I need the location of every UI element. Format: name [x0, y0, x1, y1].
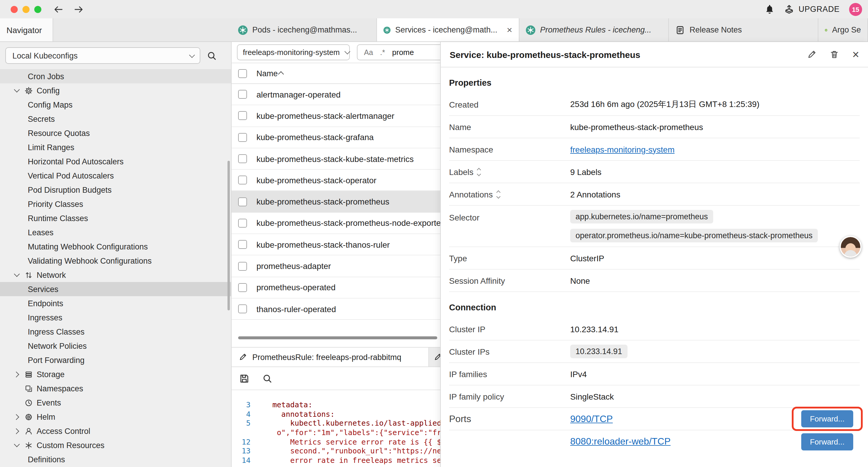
- row-checkbox[interactable]: [238, 304, 247, 313]
- network-arrows-icon: [24, 270, 33, 280]
- save-icon[interactable]: [239, 374, 249, 384]
- sidebar-item-network[interactable]: Network: [0, 268, 231, 282]
- horizontal-scrollbar[interactable]: [238, 337, 437, 339]
- row-checkbox[interactable]: [238, 133, 247, 142]
- edit-pencil-icon[interactable]: [807, 50, 817, 59]
- chevron-down-icon[interactable]: [13, 441, 21, 449]
- drawer-title: Service: kube-prometheus-stack-prometheu…: [450, 49, 640, 59]
- sidebar-item-network-policies[interactable]: Network Policies: [0, 339, 231, 353]
- sidebar-item-validating-webhook-configurations[interactable]: Validating Webhook Configurations: [0, 254, 231, 268]
- sidebar-item-ingress-classes[interactable]: Ingress Classes: [0, 324, 231, 339]
- sidebar-item-config-maps[interactable]: Config Maps: [0, 97, 231, 112]
- sidebar-search-icon[interactable]: [207, 51, 217, 61]
- notification-count-badge[interactable]: 15: [849, 3, 862, 16]
- navigator-panel-header[interactable]: Navigator: [0, 18, 53, 41]
- chevron-right-icon[interactable]: [13, 370, 21, 378]
- tab-prometheus-rules[interactable]: Prometheus Rules - icecheng...: [519, 18, 669, 41]
- sidebar-item-vertical-pod-autoscalers[interactable]: Vertical Pod Autoscalers: [0, 169, 231, 183]
- detail-label: Ports: [449, 413, 570, 424]
- sidebar-item-resource-quotas[interactable]: Resource Quotas: [0, 126, 231, 140]
- detail-row-annotations[interactable]: Annotations 2 Annotations: [449, 183, 860, 206]
- chevron-down-icon[interactable]: [13, 86, 21, 95]
- namespace-link[interactable]: freeleaps-monitoring-system: [570, 145, 675, 154]
- sidebar-item-config[interactable]: Config: [0, 83, 231, 97]
- sidebar-item-helm[interactable]: Helm: [0, 410, 231, 424]
- row-checkbox[interactable]: [238, 154, 247, 163]
- column-header-name[interactable]: Name: [256, 69, 283, 78]
- sidebar-item-limit-ranges[interactable]: Limit Ranges: [0, 140, 231, 154]
- upgrade-button[interactable]: UPGRADE: [784, 4, 840, 14]
- tab-pods[interactable]: Pods - icecheng@mathmas...: [231, 18, 377, 41]
- chevron-right-icon[interactable]: [13, 427, 21, 435]
- tab-argo[interactable]: Argo Se: [818, 18, 868, 41]
- sidebar-item-custom-resources[interactable]: Custom Resources: [0, 438, 231, 452]
- navigator-sidebar: Local Kubeconfigs Cron Jobs Config Confi…: [0, 42, 231, 467]
- dock-tab-prometheusrule[interactable]: PrometheusRule: freeleaps-prod-rabbitmq: [231, 348, 429, 367]
- back-button[interactable]: [53, 4, 64, 14]
- port-link-9090[interactable]: 9090/TCP: [570, 413, 613, 424]
- sidebar-item-services[interactable]: Services: [0, 282, 231, 296]
- expand-collapse-icon[interactable]: [497, 191, 500, 198]
- sidebar-item-namespaces[interactable]: Namespaces: [0, 381, 231, 396]
- sidebar-item-horizontal-pod-autoscalers[interactable]: Horizontal Pod Autoscalers: [0, 154, 231, 169]
- sidebar-item-mutating-webhook-configurations[interactable]: Mutating Webhook Configurations: [0, 239, 231, 254]
- notifications-bell-icon[interactable]: [765, 4, 775, 14]
- detail-row-labels[interactable]: Labels 9 Labels: [449, 161, 860, 183]
- close-window-button[interactable]: [11, 6, 18, 13]
- editor-search-icon[interactable]: [262, 374, 272, 384]
- row-checkbox[interactable]: [238, 283, 247, 292]
- kubeconfig-selector[interactable]: Local Kubeconfigs: [5, 47, 200, 64]
- sidebar-item-secrets[interactable]: Secrets: [0, 112, 231, 126]
- row-checkbox[interactable]: [238, 240, 247, 249]
- sidebar-item-ingresses[interactable]: Ingresses: [0, 310, 231, 324]
- regex-toggle[interactable]: .*: [380, 48, 385, 56]
- detail-label: Cluster IPs: [449, 347, 570, 356]
- minimize-window-button[interactable]: [23, 6, 30, 13]
- close-tab-icon[interactable]: ×: [502, 25, 512, 35]
- tab-label: Argo Se: [832, 25, 861, 34]
- screenshot: UPGRADE 15 Navigator Pods - icecheng@mat…: [0, 0, 868, 467]
- forward-port-button[interactable]: Forward...: [801, 433, 853, 450]
- sidebar-item-access-control[interactable]: Access Control: [0, 424, 231, 438]
- sidebar-item-cron-jobs[interactable]: Cron Jobs: [0, 69, 231, 83]
- dock-tab-label: PrometheusRule: freeleaps-prod-rabbitmq: [252, 353, 401, 361]
- drawer-body: Properties Created 253d 16h 6m ago (2025…: [441, 67, 868, 453]
- port-link-8080-reloader-web[interactable]: 8080:reloader-web/TCP: [570, 436, 671, 447]
- sidebar-item-events[interactable]: Events: [0, 396, 231, 410]
- chevron-down-icon[interactable]: [13, 271, 21, 279]
- sidebar-item-priority-classes[interactable]: Priority Classes: [0, 197, 231, 211]
- delete-trash-icon[interactable]: [830, 50, 839, 59]
- tab-bar: Navigator Pods - icecheng@mathmas... Ser…: [0, 18, 868, 42]
- expand-collapse-icon[interactable]: [478, 168, 481, 175]
- select-all-checkbox[interactable]: [238, 69, 247, 78]
- row-checkbox[interactable]: [238, 262, 247, 270]
- sidebar-item-storage[interactable]: Storage: [0, 367, 231, 381]
- section-heading-connection: Connection: [449, 292, 860, 318]
- sidebar-item-port-forwarding[interactable]: Port Forwarding: [0, 353, 231, 367]
- sidebar-item-definitions[interactable]: Definitions: [0, 452, 231, 466]
- line-number: 5: [231, 419, 258, 428]
- row-checkbox[interactable]: [238, 219, 247, 228]
- row-checkbox[interactable]: [238, 90, 247, 99]
- zoom-window-button[interactable]: [34, 6, 41, 13]
- user-avatar[interactable]: [840, 236, 862, 258]
- row-checkbox[interactable]: [238, 111, 247, 120]
- match-case-toggle[interactable]: Aa: [364, 48, 373, 56]
- sidebar-item-leases[interactable]: Leases: [0, 225, 231, 239]
- tab-services[interactable]: Services - icecheng@math... ×: [377, 18, 519, 41]
- tab-release-notes[interactable]: Release Notes: [669, 18, 818, 41]
- sidebar-item-runtime-classes[interactable]: Runtime Classes: [0, 211, 231, 225]
- row-checkbox[interactable]: [238, 197, 247, 206]
- selector-chip: operator.prometheus.io/name=kube-prometh…: [570, 229, 818, 242]
- namespace-filter-select[interactable]: freeleaps-monitoring-system: [237, 44, 350, 60]
- close-drawer-icon[interactable]: ×: [852, 49, 859, 60]
- chevron-right-icon[interactable]: [13, 413, 21, 421]
- sidebar-scrollbar[interactable]: [227, 161, 230, 310]
- row-checkbox[interactable]: [238, 176, 247, 185]
- forward-button[interactable]: [73, 4, 84, 14]
- detail-value: 9 Labels: [570, 167, 601, 176]
- sidebar-item-pod-disruption-budgets[interactable]: Pod Disruption Budgets: [0, 183, 231, 197]
- detail-row-name: Name kube-prometheus-stack-prometheus: [449, 116, 860, 138]
- forward-port-button[interactable]: Forward...: [801, 410, 853, 428]
- sidebar-item-endpoints[interactable]: Endpoints: [0, 296, 231, 310]
